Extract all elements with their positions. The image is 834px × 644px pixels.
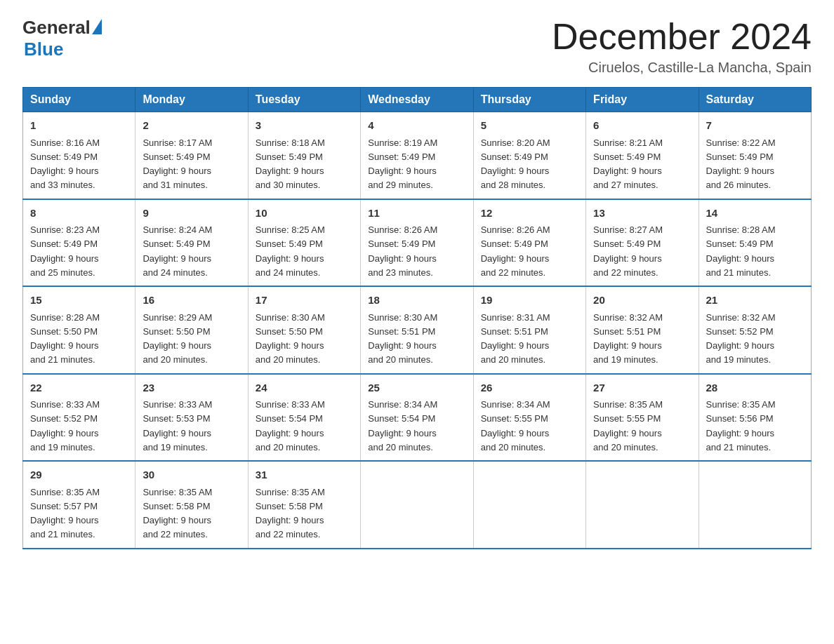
day-number: 14 xyxy=(706,206,804,222)
day-number: 9 xyxy=(143,206,240,222)
logo: General Blue xyxy=(22,17,102,60)
col-header-wednesday: Wednesday xyxy=(361,88,473,112)
calendar-cell: 3 Sunrise: 8:18 AMSunset: 5:49 PMDayligh… xyxy=(248,112,360,199)
calendar-cell: 18 Sunrise: 8:30 AMSunset: 5:51 PMDaylig… xyxy=(361,286,473,374)
day-number: 25 xyxy=(368,380,465,396)
calendar-cell: 20 Sunrise: 8:32 AMSunset: 5:51 PMDaylig… xyxy=(586,286,699,374)
calendar-cell: 24 Sunrise: 8:33 AMSunset: 5:54 PMDaylig… xyxy=(248,374,360,462)
day-number: 6 xyxy=(593,118,691,134)
day-info: Sunrise: 8:32 AMSunset: 5:52 PMDaylight:… xyxy=(706,312,776,365)
calendar-cell: 25 Sunrise: 8:34 AMSunset: 5:54 PMDaylig… xyxy=(361,374,473,462)
day-info: Sunrise: 8:27 AMSunset: 5:49 PMDaylight:… xyxy=(593,224,663,278)
day-number: 21 xyxy=(706,293,804,309)
day-number: 22 xyxy=(30,380,128,396)
col-header-friday: Friday xyxy=(586,88,699,112)
day-number: 7 xyxy=(706,118,804,134)
day-info: Sunrise: 8:34 AMSunset: 5:54 PMDaylight:… xyxy=(368,399,437,452)
calendar-week-row: 15 Sunrise: 8:28 AMSunset: 5:50 PMDaylig… xyxy=(23,286,812,374)
calendar-week-row: 29 Sunrise: 8:35 AMSunset: 5:57 PMDaylig… xyxy=(23,461,812,549)
calendar-week-row: 22 Sunrise: 8:33 AMSunset: 5:52 PMDaylig… xyxy=(23,374,812,462)
calendar-week-row: 8 Sunrise: 8:23 AMSunset: 5:49 PMDayligh… xyxy=(23,199,812,287)
day-info: Sunrise: 8:26 AMSunset: 5:49 PMDaylight:… xyxy=(368,224,437,278)
logo-general-text: General xyxy=(22,17,91,39)
day-number: 1 xyxy=(30,118,128,134)
calendar-cell: 8 Sunrise: 8:23 AMSunset: 5:49 PMDayligh… xyxy=(23,199,135,287)
calendar-cell: 26 Sunrise: 8:34 AMSunset: 5:55 PMDaylig… xyxy=(473,374,585,462)
day-info: Sunrise: 8:33 AMSunset: 5:52 PMDaylight:… xyxy=(30,399,100,452)
calendar-cell: 9 Sunrise: 8:24 AMSunset: 5:49 PMDayligh… xyxy=(135,199,248,287)
day-number: 3 xyxy=(256,118,353,134)
day-number: 8 xyxy=(30,206,128,222)
day-info: Sunrise: 8:31 AMSunset: 5:51 PMDaylight:… xyxy=(481,312,550,365)
col-header-thursday: Thursday xyxy=(473,88,585,112)
day-info: Sunrise: 8:35 AMSunset: 5:58 PMDaylight:… xyxy=(143,487,212,540)
calendar-cell xyxy=(473,461,585,549)
logo-triangle-icon xyxy=(92,19,102,34)
calendar-cell: 16 Sunrise: 8:29 AMSunset: 5:50 PMDaylig… xyxy=(135,286,248,374)
calendar-cell: 17 Sunrise: 8:30 AMSunset: 5:50 PMDaylig… xyxy=(248,286,360,374)
page-header: General Blue December 2024 Ciruelos, Cas… xyxy=(22,17,812,76)
calendar-cell: 4 Sunrise: 8:19 AMSunset: 5:49 PMDayligh… xyxy=(361,112,473,199)
day-number: 31 xyxy=(256,467,353,483)
title-block: December 2024 Ciruelos, Castille-La Manc… xyxy=(552,17,812,76)
day-info: Sunrise: 8:22 AMSunset: 5:49 PMDaylight:… xyxy=(706,137,776,191)
day-info: Sunrise: 8:20 AMSunset: 5:49 PMDaylight:… xyxy=(481,137,550,191)
day-number: 30 xyxy=(143,467,240,483)
day-info: Sunrise: 8:17 AMSunset: 5:49 PMDaylight:… xyxy=(143,137,212,191)
day-number: 10 xyxy=(256,206,353,222)
day-info: Sunrise: 8:23 AMSunset: 5:49 PMDaylight:… xyxy=(30,224,100,278)
calendar-cell: 12 Sunrise: 8:26 AMSunset: 5:49 PMDaylig… xyxy=(473,199,585,287)
calendar-cell: 29 Sunrise: 8:35 AMSunset: 5:57 PMDaylig… xyxy=(23,461,135,549)
col-header-monday: Monday xyxy=(135,88,248,112)
day-number: 13 xyxy=(593,206,691,222)
calendar-week-row: 1 Sunrise: 8:16 AMSunset: 5:49 PMDayligh… xyxy=(23,112,812,199)
location-text: Ciruelos, Castille-La Mancha, Spain xyxy=(552,60,812,76)
day-number: 26 xyxy=(481,380,578,396)
calendar-cell: 10 Sunrise: 8:25 AMSunset: 5:49 PMDaylig… xyxy=(248,199,360,287)
logo-blue-text: Blue xyxy=(24,39,102,60)
calendar-cell: 28 Sunrise: 8:35 AMSunset: 5:56 PMDaylig… xyxy=(699,374,811,462)
calendar-cell: 23 Sunrise: 8:33 AMSunset: 5:53 PMDaylig… xyxy=(135,374,248,462)
calendar-cell: 6 Sunrise: 8:21 AMSunset: 5:49 PMDayligh… xyxy=(586,112,699,199)
day-number: 20 xyxy=(593,293,691,309)
day-number: 23 xyxy=(143,380,240,396)
day-info: Sunrise: 8:35 AMSunset: 5:57 PMDaylight:… xyxy=(30,487,100,540)
day-number: 12 xyxy=(481,206,578,222)
calendar-cell: 13 Sunrise: 8:27 AMSunset: 5:49 PMDaylig… xyxy=(586,199,699,287)
day-info: Sunrise: 8:24 AMSunset: 5:49 PMDaylight:… xyxy=(143,224,212,278)
day-info: Sunrise: 8:30 AMSunset: 5:50 PMDaylight:… xyxy=(256,312,325,365)
calendar-cell: 19 Sunrise: 8:31 AMSunset: 5:51 PMDaylig… xyxy=(473,286,585,374)
calendar-cell: 2 Sunrise: 8:17 AMSunset: 5:49 PMDayligh… xyxy=(135,112,248,199)
calendar-cell: 7 Sunrise: 8:22 AMSunset: 5:49 PMDayligh… xyxy=(699,112,811,199)
month-title: December 2024 xyxy=(552,17,812,57)
day-info: Sunrise: 8:29 AMSunset: 5:50 PMDaylight:… xyxy=(143,312,212,365)
calendar-cell: 27 Sunrise: 8:35 AMSunset: 5:55 PMDaylig… xyxy=(586,374,699,462)
day-info: Sunrise: 8:18 AMSunset: 5:49 PMDaylight:… xyxy=(256,137,325,191)
day-number: 16 xyxy=(143,293,240,309)
col-header-saturday: Saturday xyxy=(699,88,811,112)
col-header-sunday: Sunday xyxy=(23,88,135,112)
day-number: 2 xyxy=(143,118,240,134)
day-number: 17 xyxy=(256,293,353,309)
day-info: Sunrise: 8:28 AMSunset: 5:49 PMDaylight:… xyxy=(706,224,776,278)
day-number: 18 xyxy=(368,293,465,309)
day-info: Sunrise: 8:21 AMSunset: 5:49 PMDaylight:… xyxy=(593,137,663,191)
day-number: 4 xyxy=(368,118,465,134)
day-number: 5 xyxy=(481,118,578,134)
day-number: 19 xyxy=(481,293,578,309)
day-info: Sunrise: 8:19 AMSunset: 5:49 PMDaylight:… xyxy=(368,137,437,191)
calendar-cell: 21 Sunrise: 8:32 AMSunset: 5:52 PMDaylig… xyxy=(699,286,811,374)
day-info: Sunrise: 8:16 AMSunset: 5:49 PMDaylight:… xyxy=(30,137,100,191)
calendar-cell xyxy=(699,461,811,549)
col-header-tuesday: Tuesday xyxy=(248,88,360,112)
calendar-cell: 5 Sunrise: 8:20 AMSunset: 5:49 PMDayligh… xyxy=(473,112,585,199)
day-info: Sunrise: 8:32 AMSunset: 5:51 PMDaylight:… xyxy=(593,312,663,365)
day-info: Sunrise: 8:35 AMSunset: 5:58 PMDaylight:… xyxy=(256,487,325,540)
day-number: 24 xyxy=(256,380,353,396)
day-info: Sunrise: 8:35 AMSunset: 5:55 PMDaylight:… xyxy=(593,399,663,452)
day-info: Sunrise: 8:33 AMSunset: 5:53 PMDaylight:… xyxy=(143,399,212,452)
day-number: 27 xyxy=(593,380,691,396)
day-info: Sunrise: 8:33 AMSunset: 5:54 PMDaylight:… xyxy=(256,399,325,452)
calendar-cell: 15 Sunrise: 8:28 AMSunset: 5:50 PMDaylig… xyxy=(23,286,135,374)
calendar-cell: 30 Sunrise: 8:35 AMSunset: 5:58 PMDaylig… xyxy=(135,461,248,549)
